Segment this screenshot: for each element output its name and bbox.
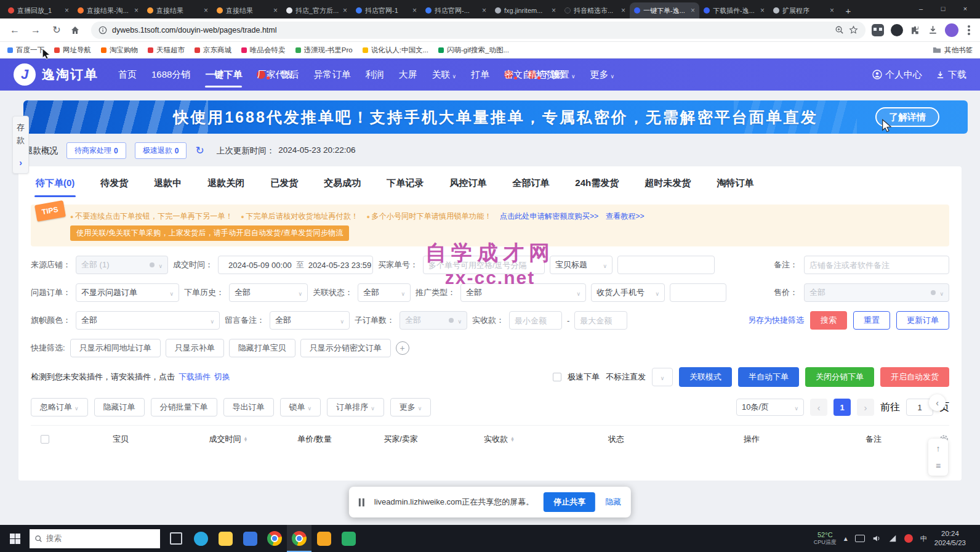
cpu-temp-widget[interactable]: 52°CCPU温度 [814, 531, 837, 546]
nav-item-abnormal-orders[interactable]: 异常订单 [313, 59, 350, 91]
window-minimize-button[interactable]: – [910, 0, 932, 17]
reset-button[interactable]: 重置 [853, 311, 890, 330]
downloads-icon[interactable] [928, 25, 938, 35]
tray-expand-icon[interactable] [844, 534, 848, 543]
app-logo[interactable]: J [14, 63, 36, 86]
add-quick-filter-button[interactable] [396, 341, 409, 355]
new-tab-button[interactable]: + [841, 3, 856, 18]
nav-item-1688[interactable]: 1688分销 [151, 59, 190, 91]
other-bookmarks[interactable]: 其他书签 [933, 46, 973, 55]
bookmark-item[interactable]: 说化认人:中国文... [363, 46, 428, 55]
select-all-checkbox[interactable] [41, 435, 49, 444]
browser-tab-active[interactable]: 一键下单-逸... [630, 2, 699, 18]
browser-tab[interactable]: 直接结果-淘... [73, 2, 143, 18]
source-store-select[interactable]: 全部 (1) [76, 256, 168, 274]
prev-page-button[interactable]: ‹ [810, 399, 827, 416]
tab-close-icon[interactable] [760, 6, 765, 15]
price-select[interactable]: 全部 [804, 283, 949, 302]
browser-tab[interactable]: 直接结果 [143, 2, 212, 18]
window-maximize-button[interactable]: □ [932, 0, 954, 17]
relation-mode-button[interactable]: 关联模式 [679, 367, 732, 387]
collapse-panel-button[interactable]: ‹ [929, 394, 946, 411]
tab-close-icon[interactable] [65, 6, 69, 15]
hide-share-link[interactable]: 隐藏 [605, 497, 621, 508]
start-button[interactable] [0, 525, 30, 552]
suborder-count-select[interactable]: 全部 [400, 311, 467, 330]
network-icon[interactable] [888, 534, 897, 543]
lock-orders-button[interactable]: 锁单 [280, 398, 321, 416]
tutorial-link[interactable]: 查看教程>> [606, 212, 645, 221]
bookmark-star-icon[interactable] [849, 25, 858, 34]
site-info-icon[interactable] [98, 26, 107, 34]
current-page[interactable]: 1 [833, 399, 851, 416]
status-tab-risk-control[interactable]: 风控订单 [448, 177, 488, 197]
browser-tab[interactable]: 扩展程序 [769, 2, 838, 18]
browser-menu-icon[interactable] [968, 29, 970, 31]
semi-auto-order-button[interactable]: 半自动下单 [738, 367, 799, 387]
bookmark-item[interactable]: 唯品会特卖 [241, 46, 286, 55]
stop-share-button[interactable]: 停止共享 [544, 492, 595, 512]
pending-merchant-badge[interactable]: 待商家处理0 [66, 142, 126, 159]
taskbar-clock[interactable]: 20:242024/5/23 [934, 529, 966, 548]
tab-close-icon[interactable] [482, 6, 486, 15]
close-distribution-button[interactable]: 关闭分销下单 [805, 367, 874, 387]
list-float-button[interactable]: ≡ [936, 461, 941, 471]
nav-item-print-order[interactable]: 打单 [471, 59, 489, 91]
column-header-paid[interactable]: 实收款▲▼ [447, 434, 552, 445]
quick-filter-chip-reorder[interactable]: 只显示补单 [166, 339, 224, 357]
tab-close-icon[interactable] [134, 6, 139, 15]
taskbar-app-icon-wechat[interactable] [336, 525, 361, 552]
taskbar-app-icon-store[interactable] [238, 525, 262, 552]
phone-input[interactable] [670, 283, 726, 302]
status-tab-refunding[interactable]: 退款中 [153, 177, 183, 197]
quick-filter-chip-same-address[interactable]: 只显示相同地址订单 [70, 339, 161, 357]
column-header-deal-time[interactable]: 成交时间▲▼ [182, 434, 275, 445]
switch-plugin-link[interactable]: 切换 [214, 371, 230, 383]
nav-item-relation[interactable]: 关联 [432, 59, 456, 91]
nav-item-profit[interactable]: 利润 [365, 59, 384, 91]
browser-tab[interactable]: 直接结果 [212, 2, 282, 18]
export-orders-button[interactable]: 导出订单 [223, 398, 274, 416]
taskbar-app-icon-chrome[interactable] [262, 525, 287, 552]
browser-tab[interactable]: 抖音精选市... [560, 2, 630, 18]
zoom-icon[interactable] [835, 25, 844, 34]
ime-indicator[interactable]: 中 [920, 534, 927, 543]
sort-icon[interactable]: ▲▼ [510, 437, 515, 442]
keyword-input[interactable] [617, 256, 715, 274]
status-tab-all-orders[interactable]: 全部订单 [511, 177, 550, 197]
volume-icon[interactable] [872, 534, 881, 543]
buyer-order-input[interactable] [423, 256, 545, 274]
bookmark-item[interactable]: 违漂现-书里Pro [295, 46, 353, 55]
reload-button[interactable]: ↻ [49, 24, 64, 36]
home-button[interactable] [70, 25, 85, 35]
deal-time-range[interactable]: 2024-05-09 00:00至2024-05-23 23:59 [218, 256, 373, 274]
nav-item-selected-goods[interactable]: 精选货源 [528, 70, 536, 79]
taskbar-app-icon-chrome-active[interactable] [287, 525, 311, 552]
direct-ship-select[interactable] [652, 368, 673, 386]
next-page-button[interactable]: › [857, 399, 874, 416]
sort-orders-button[interactable]: 订单排序 [327, 398, 384, 416]
browser-tab[interactable]: 直播回放_1 [4, 2, 73, 18]
status-tab-to-ship[interactable]: 待发货 [99, 177, 129, 197]
adblock-extension-icon[interactable] [891, 24, 903, 36]
window-close-button[interactable]: × [954, 0, 976, 17]
task-view-icon[interactable] [164, 525, 188, 552]
taskbar-app-icon-files[interactable] [311, 525, 336, 552]
search-button[interactable]: 搜索 [810, 311, 847, 330]
tab-close-icon[interactable] [830, 6, 834, 15]
tab-close-icon[interactable] [204, 6, 208, 15]
extensions-puzzle-icon[interactable] [910, 25, 921, 36]
status-tab-order-history[interactable]: 下单记录 [385, 177, 425, 197]
batch-distribution-order-button[interactable]: 分销批量下单 [151, 398, 217, 416]
promo-type-select[interactable]: 全部 [460, 283, 586, 302]
message-remark-select[interactable]: 全部 [270, 311, 350, 330]
bookmark-item[interactable]: 网址导航 [54, 46, 91, 55]
taskbar-search[interactable] [30, 529, 160, 548]
tray-notification-icon[interactable] [904, 534, 913, 543]
tab-close-icon[interactable] [412, 6, 417, 15]
tab-close-icon[interactable] [621, 6, 625, 15]
quick-filter-chip-hide-printed[interactable]: 隐藏打单宝贝 [229, 339, 295, 357]
nav-item-more[interactable]: 更多 [590, 59, 615, 91]
ignore-orders-button[interactable]: 忽略订单 [31, 398, 88, 416]
auto-ship-button[interactable]: 开启自动发货 [880, 367, 949, 387]
